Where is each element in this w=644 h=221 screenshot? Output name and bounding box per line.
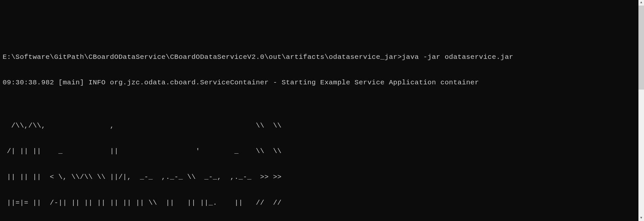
terminal-line: ||=|= || /-|| || || || || || || \\ || ||…	[3, 199, 641, 207]
terminal-line: E:\Software\GitPath\CBoardODataService\C…	[3, 53, 641, 61]
terminal-line: /\\,/\\, , \\ \\	[3, 122, 641, 130]
vertical-scrollbar[interactable]: ▲ ▼	[638, 0, 644, 221]
scrollbar-up-arrow-icon[interactable]: ▲	[638, 0, 644, 6]
terminal-line: || || || < \, \\/\\ \\ ||/|, _-_ ,._-_ \…	[3, 173, 641, 181]
terminal-output[interactable]: E:\Software\GitPath\CBoardODataService\C…	[3, 36, 641, 221]
scrollbar-down-arrow-icon[interactable]: ▼	[638, 215, 644, 221]
scrollbar-track[interactable]	[638, 6, 644, 215]
terminal-line: /| || || _ || ' _ \\ \\	[3, 147, 641, 156]
terminal-line: 09:30:38.982 [main] INFO org.jzc.odata.c…	[3, 78, 641, 87]
scrollbar-thumb[interactable]	[638, 6, 644, 90]
